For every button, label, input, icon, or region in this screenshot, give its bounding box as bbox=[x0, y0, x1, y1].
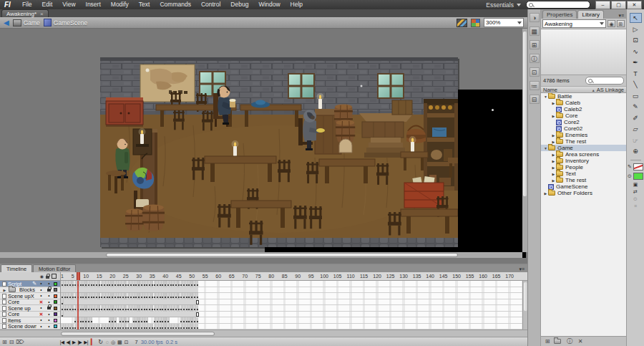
zoom-tool[interactable]: ⊕ bbox=[630, 146, 642, 156]
layer-visibility-toggle[interactable]: • bbox=[38, 317, 44, 323]
menu-item-control[interactable]: Control bbox=[196, 0, 225, 9]
frame-ruler[interactable]: 1510152025303540455055606570758085909510… bbox=[61, 272, 527, 280]
layer-visibility-toggle[interactable]: • bbox=[38, 324, 44, 330]
menu-item-modify[interactable]: Modify bbox=[106, 0, 134, 9]
layer-frames[interactable] bbox=[61, 317, 527, 324]
timeline-layer-row[interactable]: Scene upX•• bbox=[0, 293, 527, 299]
layer-frames[interactable] bbox=[61, 293, 527, 299]
expander-icon[interactable]: ▼ bbox=[543, 95, 548, 99]
layer-name-cell[interactable]: Scene up• bbox=[0, 305, 61, 312]
expander-icon[interactable]: ▶ bbox=[543, 191, 548, 196]
keyframe[interactable] bbox=[167, 317, 170, 324]
tool-options-icon[interactable]: ≡ bbox=[634, 203, 637, 208]
new-folder-icon[interactable] bbox=[554, 339, 561, 344]
library-item[interactable]: ▼Game bbox=[541, 145, 626, 151]
new-symbol-icon[interactable]: ⊞ bbox=[543, 337, 552, 345]
zoom-select[interactable]: 300% bbox=[484, 18, 524, 27]
library-column-headers[interactable]: Name ▲AS Linkage bbox=[541, 86, 626, 93]
layer-outline-color[interactable] bbox=[54, 307, 57, 310]
modify-markers-icon[interactable]: ⊡ bbox=[125, 340, 129, 345]
layer-visibility-toggle[interactable]: • bbox=[38, 287, 44, 293]
expander-icon[interactable]: ▼ bbox=[543, 146, 548, 150]
library-item[interactable]: ▶The rest bbox=[541, 177, 626, 183]
close-icon[interactable]: × bbox=[40, 11, 44, 17]
expander-icon[interactable]: ▶ bbox=[551, 114, 556, 118]
new-library-panel-icon[interactable]: ⊞ bbox=[617, 20, 625, 27]
play-icon[interactable]: ▶ bbox=[72, 340, 76, 345]
library-document-select[interactable]: Awakening bbox=[542, 19, 606, 28]
layer-visibility-toggle[interactable]: ✕ bbox=[38, 312, 44, 317]
expander-icon[interactable]: ▶ bbox=[551, 165, 556, 170]
layer-name-cell[interactable]: ▶Blocks• bbox=[0, 287, 61, 294]
menu-item-insert[interactable]: Insert bbox=[81, 0, 106, 9]
document-tab[interactable]: Awakening* × bbox=[1, 9, 49, 17]
expander-icon[interactable]: ▶ bbox=[551, 159, 556, 163]
library-item[interactable]: ▶Area screens bbox=[541, 151, 626, 158]
timeline-layer-row[interactable]: Core✕• bbox=[0, 299, 527, 306]
go-to-first-frame-icon[interactable]: |◀ bbox=[60, 340, 64, 345]
layer-lock-toggle[interactable] bbox=[46, 287, 52, 293]
keyframe[interactable] bbox=[145, 317, 148, 324]
close-button[interactable]: ✕ bbox=[627, 1, 642, 9]
item-properties-icon[interactable]: ⓘ bbox=[565, 337, 574, 345]
playhead-line[interactable] bbox=[77, 281, 79, 330]
library-item[interactable]: Core2 bbox=[541, 119, 626, 125]
layer-frames[interactable] bbox=[61, 305, 527, 312]
expander-icon[interactable]: ▶ bbox=[551, 153, 556, 157]
layer-name-cell[interactable]: Core✕• bbox=[0, 299, 61, 306]
timeline-layer-row[interactable]: Scene down•• bbox=[0, 324, 527, 330]
keyframe[interactable] bbox=[196, 305, 199, 312]
layer-frames[interactable] bbox=[61, 281, 527, 287]
menu-item-edit[interactable]: Edit bbox=[37, 0, 58, 9]
code-snippets-panel-icon[interactable]: ≔ bbox=[530, 81, 540, 90]
hand-tool[interactable]: ☞ bbox=[630, 135, 642, 145]
keyframe[interactable] bbox=[196, 324, 199, 330]
stage-canvas[interactable] bbox=[100, 57, 458, 247]
layer-name-cell[interactable]: Scene upX•• bbox=[0, 293, 61, 299]
library-item[interactable]: ▶Core bbox=[541, 112, 626, 119]
layer-lock-toggle[interactable]: • bbox=[46, 324, 52, 330]
stroke-color-control[interactable]: ✎ bbox=[628, 163, 643, 170]
layer-outline-color[interactable] bbox=[54, 300, 57, 304]
layer-visibility-toggle[interactable]: • bbox=[38, 305, 44, 311]
brush-tool[interactable]: ✐ bbox=[630, 113, 642, 123]
library-item[interactable]: Core02 bbox=[541, 125, 626, 132]
loop-icon[interactable]: ↻ bbox=[98, 339, 103, 345]
fill-color-control[interactable]: ⊙ bbox=[628, 173, 643, 180]
tab-properties[interactable]: Properties bbox=[542, 10, 577, 19]
menu-item-help[interactable]: Help bbox=[286, 0, 308, 9]
components-panel-icon[interactable]: ⊟ bbox=[530, 95, 540, 104]
layer-frames[interactable] bbox=[61, 299, 527, 306]
menu-item-debug[interactable]: Debug bbox=[225, 0, 253, 9]
edit-symbols-icon[interactable] bbox=[471, 19, 480, 27]
library-item[interactable]: Caleb2 bbox=[541, 106, 626, 112]
pen-tool[interactable]: ✒ bbox=[630, 57, 642, 67]
scrollbar-thumb[interactable] bbox=[106, 253, 458, 257]
library-item[interactable]: ▼Battle bbox=[541, 93, 626, 100]
layer-outline-color[interactable] bbox=[54, 325, 57, 328]
breadcrumb-scene[interactable]: Game bbox=[13, 19, 40, 27]
go-to-last-frame-icon[interactable]: ▶| bbox=[84, 340, 88, 345]
library-item[interactable]: ▶Enemies bbox=[541, 132, 626, 138]
layer-lock-toggle[interactable]: • bbox=[46, 317, 52, 323]
panel-menu-icon[interactable]: ▾≡ bbox=[519, 266, 527, 272]
editor-area[interactable] bbox=[0, 29, 527, 264]
eye-icon[interactable]: ◉ bbox=[40, 274, 44, 279]
fill-color-swatch[interactable] bbox=[633, 173, 643, 180]
free-transform-tool[interactable]: ⊡ bbox=[630, 35, 642, 45]
column-linkage[interactable]: AS Linkage bbox=[597, 87, 624, 93]
minimize-button[interactable]: – bbox=[595, 1, 610, 9]
pencil-tool[interactable]: ✎ bbox=[630, 102, 642, 112]
timeline-layer-row[interactable]: ▶Blocks• bbox=[0, 287, 527, 294]
library-item[interactable]: GameScene bbox=[541, 183, 626, 190]
layer-frames[interactable] bbox=[61, 287, 527, 294]
layer-frames[interactable] bbox=[61, 312, 527, 318]
timeline-layer-row[interactable]: Script✎•• bbox=[0, 281, 527, 287]
frame-rate[interactable]: 30.00 fps bbox=[141, 339, 163, 345]
keyframe[interactable] bbox=[196, 281, 199, 287]
step-forward-icon[interactable]: |▶ bbox=[78, 340, 82, 345]
layer-name-cell[interactable]: Items•• bbox=[0, 317, 61, 324]
breadcrumb-symbol[interactable]: GameScene bbox=[44, 19, 87, 27]
tab-timeline[interactable]: Timeline bbox=[1, 264, 32, 272]
layer-outline-color[interactable] bbox=[54, 282, 57, 286]
